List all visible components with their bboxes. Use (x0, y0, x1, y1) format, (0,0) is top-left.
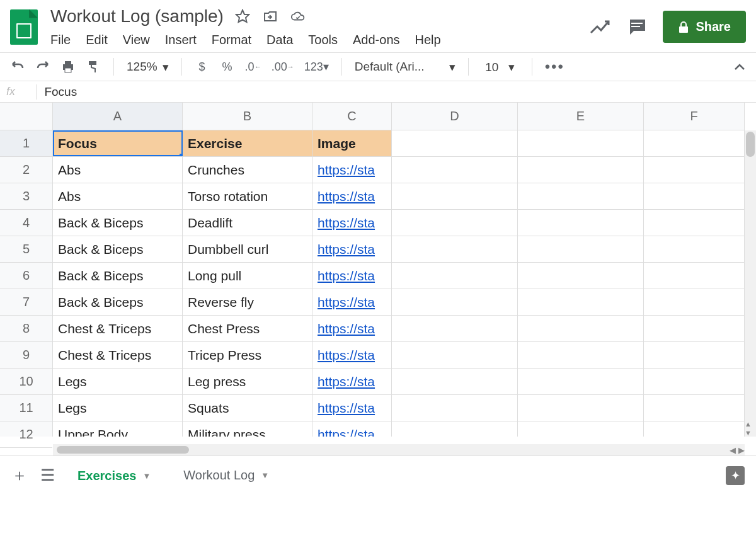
cell-d8[interactable] (392, 316, 518, 341)
cloud-status-icon[interactable] (290, 9, 306, 24)
cell-d9[interactable] (392, 342, 518, 368)
cell-f5[interactable] (644, 236, 745, 262)
cell-a2[interactable]: Abs (53, 157, 183, 183)
decrease-decimal-button[interactable]: .0← (245, 58, 261, 76)
cell-f8[interactable] (644, 316, 745, 341)
formula-bar-input[interactable] (44, 85, 750, 99)
cell-a3[interactable]: Abs (53, 183, 183, 209)
vertical-scrollbar[interactable] (745, 130, 756, 437)
cell-b3[interactable]: Torso rotation (183, 183, 312, 209)
scroll-down-arrow[interactable]: ▼ (745, 429, 756, 437)
cell-d2[interactable] (392, 157, 518, 183)
menu-insert[interactable]: Insert (165, 33, 197, 47)
cell-f9[interactable] (644, 342, 745, 368)
column-header-d[interactable]: D (392, 103, 518, 130)
add-sheet-button[interactable]: ＋ (11, 464, 28, 486)
cell-d1[interactable] (392, 130, 518, 156)
redo-button[interactable] (35, 58, 50, 76)
scroll-up-arrow[interactable]: ▲ (745, 420, 756, 428)
row-header-2[interactable]: 2 (0, 157, 52, 183)
horizontal-scrollbar[interactable] (53, 444, 745, 455)
font-size-dropdown[interactable]: 10 ▾ (481, 60, 519, 74)
column-header-a[interactable]: A (53, 103, 183, 130)
cell-f4[interactable] (644, 210, 745, 236)
zoom-dropdown[interactable]: 125% ▾ (127, 60, 169, 74)
cell-b12[interactable]: Military press (183, 421, 312, 437)
cell-c9[interactable]: https://sta (312, 342, 392, 368)
cell-b5[interactable]: Dumbbell curl (183, 236, 312, 262)
cell-a11[interactable]: Legs (53, 395, 183, 421)
cell-c8[interactable]: https://sta (312, 316, 392, 341)
cell-e6[interactable] (518, 263, 644, 289)
cell-e1[interactable] (518, 130, 644, 156)
cell-c6[interactable]: https://sta (312, 263, 392, 289)
row-header-3[interactable]: 3 (0, 183, 52, 210)
scroll-right-arrow[interactable]: ▶ (738, 445, 745, 455)
cell-a6[interactable]: Back & Biceps (53, 263, 183, 289)
cell-a4[interactable]: Back & Biceps (53, 210, 183, 236)
cell-b2[interactable]: Crunches (183, 157, 312, 183)
cell-b9[interactable]: Tricep Press (183, 342, 312, 368)
cell-f12[interactable] (644, 421, 745, 437)
share-button[interactable]: Share (663, 11, 746, 43)
cell-c12[interactable]: https://sta (312, 421, 392, 437)
cell-b1[interactable]: Exercise (183, 130, 312, 156)
cell-f7[interactable] (644, 289, 745, 315)
vertical-scroll-thumb[interactable] (746, 132, 755, 157)
menu-format[interactable]: Format (212, 33, 251, 47)
cell-d4[interactable] (392, 210, 518, 236)
cell-b8[interactable]: Chest Press (183, 316, 312, 341)
cell-c2[interactable]: https://sta (312, 157, 392, 183)
column-header-c[interactable]: C (312, 103, 392, 130)
document-title[interactable]: Workout Log (sample) (50, 6, 224, 26)
cell-f10[interactable] (644, 369, 745, 394)
cell-f3[interactable] (644, 183, 745, 209)
cell-a9[interactable]: Chest & Triceps (53, 342, 183, 368)
cell-d7[interactable] (392, 289, 518, 315)
row-header-7[interactable]: 7 (0, 289, 52, 316)
star-icon[interactable] (235, 9, 250, 24)
cell-a8[interactable]: Chest & Triceps (53, 316, 183, 341)
cell-c3[interactable]: https://sta (312, 183, 392, 209)
comments-icon[interactable] (627, 18, 646, 36)
cell-b7[interactable]: Reverse fly (183, 289, 312, 315)
collapse-toolbar-icon[interactable] (733, 62, 746, 71)
menu-file[interactable]: File (50, 33, 71, 47)
cell-d6[interactable] (392, 263, 518, 289)
cell-b11[interactable]: Squats (183, 395, 312, 421)
cell-c4[interactable]: https://sta (312, 210, 392, 236)
cell-a1[interactable]: Focus (53, 130, 183, 156)
more-toolbar-button[interactable]: ••• (545, 58, 564, 76)
cell-e8[interactable] (518, 316, 644, 341)
cell-d10[interactable] (392, 369, 518, 394)
cell-e4[interactable] (518, 210, 644, 236)
undo-button[interactable] (10, 58, 25, 76)
menu-tools[interactable]: Tools (308, 33, 338, 47)
cell-f2[interactable] (644, 157, 745, 183)
row-header-8[interactable]: 8 (0, 316, 52, 342)
cell-d11[interactable] (392, 395, 518, 421)
cell-d3[interactable] (392, 183, 518, 209)
row-header-10[interactable]: 10 (0, 369, 52, 395)
all-sheets-button[interactable]: ☰ (40, 466, 55, 485)
cell-b10[interactable]: Leg press (183, 369, 312, 394)
format-percent-button[interactable]: % (220, 58, 235, 76)
row-header-11[interactable]: 11 (0, 395, 52, 421)
row-header-1[interactable]: 1 (0, 130, 52, 157)
move-to-drive-icon[interactable] (263, 9, 278, 24)
row-header-9[interactable]: 9 (0, 342, 52, 369)
row-header-6[interactable]: 6 (0, 263, 52, 289)
cell-f11[interactable] (644, 395, 745, 421)
select-all-corner[interactable] (0, 103, 53, 130)
scroll-left-arrow[interactable]: ◀ (730, 445, 736, 455)
column-header-e[interactable]: E (518, 103, 644, 130)
column-header-b[interactable]: B (183, 103, 312, 130)
cell-e11[interactable] (518, 395, 644, 421)
menu-addons[interactable]: Add-ons (353, 33, 400, 47)
sheet-tab-workout-log[interactable]: Workout Log ▼ (173, 462, 279, 489)
more-formats-button[interactable]: 123 ▾ (304, 58, 329, 76)
font-dropdown[interactable]: Default (Ari... ▾ (355, 60, 455, 74)
cell-e10[interactable] (518, 369, 644, 394)
menu-edit[interactable]: Edit (86, 33, 107, 47)
activity-icon[interactable] (590, 19, 611, 35)
